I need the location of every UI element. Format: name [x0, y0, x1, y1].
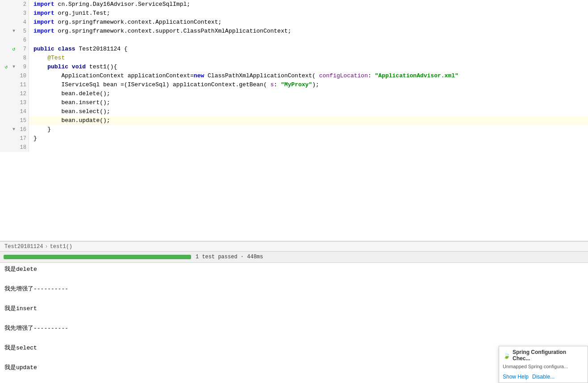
- code-content-8: @Test: [29, 54, 588, 63]
- code-line-2: 2import cn.Spring.Day16Advisor.ServiceSq…: [0, 0, 588, 9]
- code-line-3: 3import org.junit.Test;: [0, 9, 588, 18]
- line-gutter-10: 10: [0, 72, 29, 80]
- green-circle-icon[interactable]: ↺: [11, 46, 17, 52]
- line-gutter-3: 3: [0, 9, 29, 18]
- code-content-17: }: [29, 134, 588, 143]
- line-gutter-17: 17: [0, 134, 29, 143]
- line-gutter-6: 6: [0, 36, 29, 45]
- breadcrumb: Test20181124 › test1(): [0, 241, 588, 251]
- code-content-4: import org.springframework.context.Appli…: [29, 18, 588, 27]
- line-number-10: 10: [18, 72, 26, 80]
- collapse-icon[interactable]: ▼: [11, 64, 17, 70]
- collapse-icon[interactable]: ▼: [11, 126, 17, 133]
- code-line-11: 11 IServiceSql bean =(IServiceSql) appli…: [0, 80, 588, 89]
- code-line-6: 6: [0, 36, 588, 45]
- code-content-13: bean.insert();: [29, 98, 588, 107]
- spring-notification-title: Spring Configuration Chec...: [513, 349, 584, 362]
- console-area: 我是delete我先增强了----------我是insert我先增强了----…: [0, 263, 588, 383]
- console-line: 我先增强了----------: [4, 284, 584, 294]
- code-line-14: 14 bean.select();: [0, 107, 588, 116]
- show-help-link[interactable]: Show Help: [503, 374, 529, 380]
- console-line: 我是update: [4, 363, 584, 373]
- code-content-11: IServiceSql bean =(IServiceSql) applicat…: [29, 80, 588, 89]
- line-number-14: 14: [18, 107, 26, 116]
- line-gutter-12: 12: [0, 89, 29, 98]
- line-number-17: 17: [18, 134, 26, 143]
- spring-leaf-icon: 🍃: [503, 352, 510, 359]
- console-line: 我是delete: [4, 265, 584, 274]
- line-number-18: 18: [18, 143, 26, 152]
- code-content-7: public class Test20181124 {: [29, 45, 588, 54]
- line-number-4: 4: [18, 18, 26, 27]
- console-line: 我是select: [4, 343, 584, 353]
- code-line-4: 4import org.springframework.context.Appl…: [0, 18, 588, 27]
- code-content-3: import org.junit.Test;: [29, 9, 588, 18]
- line-number-13: 13: [18, 98, 26, 107]
- progress-fill: [4, 255, 191, 259]
- test-result-bar: 1 test passed · 448ms: [0, 251, 588, 263]
- breadcrumb-method: test1(): [50, 244, 72, 250]
- console-line: 我先增强了----------: [4, 324, 584, 333]
- line-number-6: 6: [18, 36, 26, 45]
- code-line-16: ▼16 }: [0, 125, 588, 134]
- line-number-16: 16: [18, 125, 26, 134]
- code-content-15: bean.update();: [29, 116, 588, 125]
- console-line: 我是insert: [4, 304, 584, 314]
- line-gutter-15: 15: [0, 116, 29, 125]
- spring-notification-body: Unmapped Spring configura...: [499, 362, 588, 373]
- line-gutter-4: 4: [0, 18, 29, 27]
- line-gutter-13: 13: [0, 98, 29, 107]
- line-gutter-9: ↺▼9: [0, 63, 29, 72]
- code-content-2: import cn.Spring.Day16Advisor.ServiceSql…: [29, 0, 588, 9]
- spring-notification[interactable]: 🍃 Spring Configuration Chec... Unmapped …: [499, 346, 588, 383]
- line-number-7: 7: [18, 45, 26, 54]
- console-output: 我是delete我先增强了----------我是insert我先增强了----…: [4, 265, 584, 383]
- code-content-16: }: [29, 125, 588, 134]
- code-line-13: 13 bean.insert();: [0, 98, 588, 107]
- line-gutter-8: 8: [0, 54, 29, 63]
- code-content-10: ApplicationContext applicationContext=ne…: [29, 72, 588, 80]
- disable-link[interactable]: Disable...: [532, 374, 555, 380]
- green-circle-icon[interactable]: ↺: [3, 64, 9, 70]
- code-content-18: [29, 143, 588, 152]
- line-gutter-11: 11: [0, 80, 29, 89]
- line-gutter-5: ▼5: [0, 27, 29, 36]
- code-content-5: import org.springframework.context.suppo…: [29, 27, 588, 36]
- line-gutter-14: 14: [0, 107, 29, 116]
- line-gutter-16: ▼16: [0, 125, 29, 134]
- breadcrumb-class: Test20181124: [4, 244, 43, 250]
- code-line-18: 18: [0, 143, 588, 152]
- line-gutter-7: ↺7: [0, 45, 29, 54]
- line-number-8: 8: [18, 54, 26, 63]
- code-line-10: 10 ApplicationContext applicationContext…: [0, 72, 588, 80]
- code-line-7: ↺7public class Test20181124 {: [0, 45, 588, 54]
- line-number-12: 12: [18, 89, 26, 98]
- code-line-12: 12 bean.delete();: [0, 89, 588, 98]
- spring-notification-header: 🍃 Spring Configuration Chec...: [499, 346, 588, 362]
- code-editor[interactable]: 2import cn.Spring.Day16Advisor.ServiceSq…: [0, 0, 588, 241]
- code-line-5: ▼5import org.springframework.context.sup…: [0, 27, 588, 36]
- code-line-15: 15 bean.update();: [0, 116, 588, 125]
- progress-track: [4, 255, 191, 259]
- breadcrumb-sep: ›: [45, 244, 48, 250]
- line-number-3: 3: [18, 9, 26, 18]
- line-number-11: 11: [18, 80, 26, 89]
- line-gutter-2: 2: [0, 0, 29, 9]
- code-line-17: 17}: [0, 134, 588, 143]
- line-gutter-18: 18: [0, 143, 29, 152]
- code-content-6: [29, 36, 588, 45]
- code-content-9: public void test1(){: [29, 63, 588, 72]
- line-number-15: 15: [18, 116, 26, 125]
- code-content-14: bean.select();: [29, 107, 588, 116]
- line-number-2: 2: [18, 0, 26, 9]
- spring-notification-actions: Show Help Disable...: [499, 373, 588, 383]
- line-number-5: 5: [18, 27, 26, 36]
- line-number-9: 9: [18, 63, 26, 72]
- code-line-9: ↺▼9 public void test1(){: [0, 63, 588, 72]
- test-result-text: 1 test passed · 448ms: [196, 254, 263, 260]
- collapse-icon[interactable]: ▼: [11, 28, 17, 34]
- code-content-12: bean.delete();: [29, 89, 588, 98]
- code-line-8: 8 @Test: [0, 54, 588, 63]
